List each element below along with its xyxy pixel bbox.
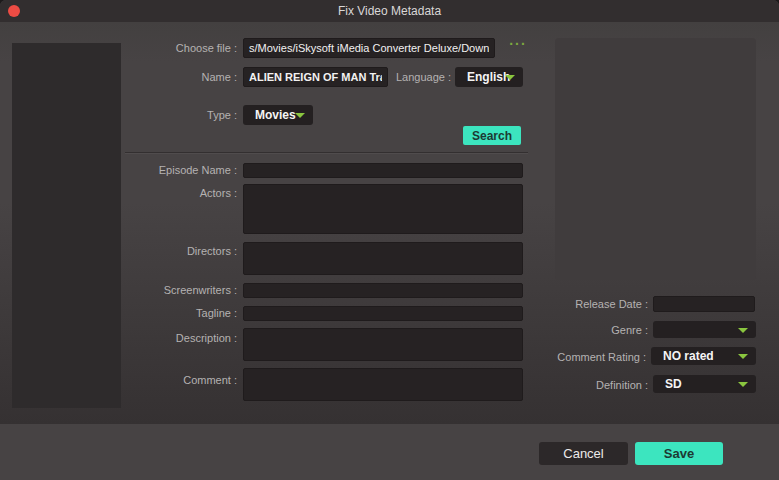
comment-label: Comment :	[125, 374, 237, 387]
choose-file-label: Choose file :	[140, 38, 237, 58]
episode-name-label: Episode Name :	[125, 163, 237, 178]
name-input[interactable]	[243, 67, 388, 87]
browse-button[interactable]: ...	[503, 32, 533, 52]
definition-dropdown[interactable]: SD	[653, 375, 756, 393]
directors-textarea[interactable]	[243, 242, 523, 275]
main-panel: Choose file : ... Name : Language : Engl…	[0, 22, 779, 424]
choose-file-input[interactable]	[243, 38, 495, 58]
definition-label: Definition :	[540, 376, 648, 394]
comment-rating-label: Comment Rating :	[530, 348, 646, 366]
screenwriters-input[interactable]	[243, 283, 523, 298]
name-label: Name :	[140, 67, 237, 87]
poster-preview	[555, 38, 756, 280]
footer-bar: Cancel Save	[0, 424, 779, 480]
type-label: Type :	[140, 105, 237, 125]
directors-label: Directors :	[125, 245, 237, 258]
section-divider	[125, 152, 528, 154]
type-dropdown[interactable]: Movies	[243, 105, 313, 125]
fix-video-metadata-dialog: Fix Video Metadata Choose file : ... Nam…	[0, 0, 779, 480]
genre-dropdown[interactable]	[653, 321, 756, 338]
comment-rating-dropdown[interactable]: NO rated	[651, 347, 756, 365]
release-date-label: Release Date :	[540, 296, 648, 312]
description-textarea[interactable]	[243, 328, 523, 361]
video-thumbnail	[12, 43, 121, 408]
chevron-down-icon	[295, 113, 305, 118]
comment-rating-value: NO rated	[663, 347, 714, 365]
episode-name-input[interactable]	[243, 163, 523, 178]
search-button[interactable]: Search	[463, 126, 521, 145]
language-dropdown[interactable]: English	[455, 67, 523, 87]
genre-label: Genre :	[540, 322, 648, 339]
chevron-down-icon	[738, 354, 748, 359]
language-label: Language :	[396, 67, 448, 87]
cancel-button[interactable]: Cancel	[539, 442, 628, 465]
save-button[interactable]: Save	[635, 442, 723, 465]
release-date-input[interactable]	[653, 296, 755, 312]
dialog-title: Fix Video Metadata	[0, 0, 779, 22]
actors-textarea[interactable]	[243, 184, 523, 234]
definition-value: SD	[665, 375, 682, 393]
chevron-down-icon	[505, 75, 515, 80]
title-bar: Fix Video Metadata	[0, 0, 779, 22]
comment-textarea[interactable]	[243, 368, 523, 401]
tagline-input[interactable]	[243, 306, 523, 321]
language-value: English	[467, 67, 510, 87]
chevron-down-icon	[738, 382, 748, 387]
actors-label: Actors :	[125, 187, 237, 200]
type-value: Movies	[255, 105, 296, 125]
description-label: Description :	[125, 332, 237, 345]
chevron-down-icon	[738, 328, 748, 333]
tagline-label: Tagline :	[125, 306, 237, 321]
screenwriters-label: Screenwriters :	[125, 283, 237, 298]
